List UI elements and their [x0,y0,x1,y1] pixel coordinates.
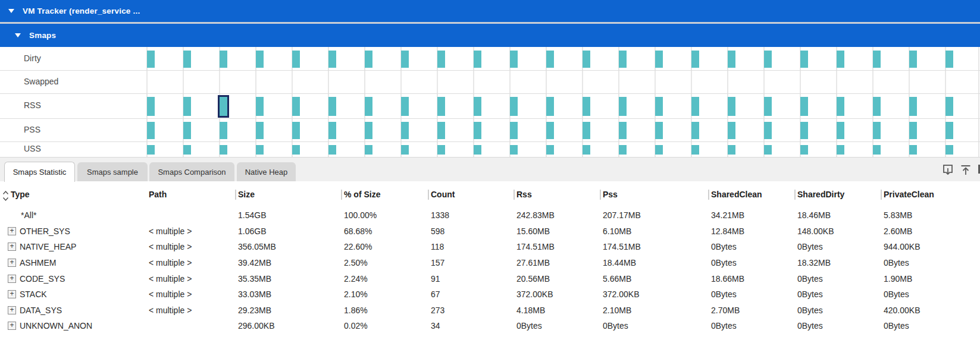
smaps-bar[interactable] [728,145,735,155]
smaps-bar[interactable] [183,51,191,68]
smaps-bar[interactable] [873,97,881,116]
smaps-bar[interactable] [655,97,663,116]
smaps-bar[interactable] [437,145,445,155]
smaps-bar[interactable] [220,51,227,68]
column-header-count[interactable]: Count [431,190,455,199]
smaps-bar[interactable] [292,145,300,155]
expand-plus-icon[interactable]: + [8,306,16,314]
smaps-bar[interactable] [728,97,735,116]
smaps-bar[interactable] [691,51,699,68]
sort-indicator-icon[interactable] [2,190,10,202]
expand-plus-icon[interactable]: + [8,259,16,267]
clipped-toolbar-icon[interactable] [978,165,980,174]
smaps-bar[interactable] [183,122,191,139]
smaps-bar[interactable] [764,145,772,155]
smaps-bar[interactable] [583,97,590,116]
smaps-bar[interactable] [945,145,953,155]
smaps-bar[interactable] [546,51,554,68]
smaps-bar-selected[interactable] [218,95,229,118]
column-header-size[interactable]: Size [238,190,255,199]
expand-plus-icon[interactable]: + [8,290,16,298]
table-row[interactable]: +DATA_SYS< multiple >29.23MB1.86%2734.18… [0,303,980,319]
smaps-bar[interactable] [437,97,445,116]
smaps-bar[interactable] [583,51,590,68]
smaps-bar[interactable] [147,51,155,68]
smaps-bar[interactable] [728,122,735,139]
smaps-bar[interactable] [837,145,844,155]
smaps-bar[interactable] [401,97,409,116]
smaps-bar[interactable] [909,122,917,139]
table-row[interactable]: *All*1.54GB100.00%1338242.83MB207.17MB34… [0,207,980,223]
smaps-bar[interactable] [764,97,772,116]
smaps-bar[interactable] [546,122,554,139]
smaps-bar[interactable] [800,97,808,116]
smaps-bar[interactable] [292,122,300,139]
smaps-bar[interactable] [328,97,336,116]
smaps-bar[interactable] [728,51,735,68]
smaps-bar[interactable] [437,51,445,68]
smaps-bar[interactable] [401,145,409,155]
smaps-bar[interactable] [328,51,336,68]
expand-plus-icon[interactable]: + [8,322,16,330]
smaps-bar[interactable] [510,51,518,68]
smaps-bar[interactable] [655,145,663,155]
column-header-private_clean[interactable]: PrivateClean [884,190,934,199]
column-header-shared_dirty[interactable]: SharedDirty [797,190,844,199]
smaps-bar[interactable] [837,97,844,116]
smaps-bar[interactable] [328,122,336,139]
smaps-bar[interactable] [619,122,627,139]
smaps-bar[interactable] [365,122,372,139]
smaps-bar[interactable] [764,122,772,139]
smaps-bar[interactable] [800,51,808,68]
smaps-bar[interactable] [619,145,627,155]
collapse-triangle-icon[interactable] [8,9,14,13]
column-header-shared_clean[interactable]: SharedClean [711,190,762,199]
smaps-bar[interactable] [945,122,953,139]
smaps-bar[interactable] [365,97,372,116]
smaps-bar[interactable] [183,145,191,155]
panel-header-vm-tracker[interactable]: VM Tracker (render_service ... [0,0,980,22]
smaps-bar[interactable] [220,145,227,155]
smaps-bar[interactable] [256,122,264,139]
table-row[interactable]: +NATIVE_HEAP< multiple >356.05MB22.60%11… [0,239,980,255]
smaps-bar[interactable] [619,97,627,116]
smaps-bar[interactable] [401,51,409,68]
smaps-bar[interactable] [401,122,409,139]
smaps-bar[interactable] [873,122,881,139]
tab-smaps-comparison[interactable]: Smaps Comparison [149,162,234,182]
smaps-bar[interactable] [256,97,264,116]
group-header-smaps[interactable]: Smaps [0,24,980,48]
smaps-bar[interactable] [546,145,554,155]
smaps-bar[interactable] [474,97,481,116]
expand-plus-icon[interactable]: + [8,275,16,283]
smaps-bar[interactable] [873,51,881,68]
smaps-bar[interactable] [256,145,264,155]
smaps-bar[interactable] [292,51,300,68]
expand-plus-icon[interactable]: + [8,227,16,235]
smaps-bar[interactable] [909,97,917,116]
smaps-bar[interactable] [945,51,953,68]
smaps-bar[interactable] [220,122,227,139]
smaps-bar[interactable] [510,97,518,116]
smaps-bar[interactable] [800,145,808,155]
table-row[interactable]: +ASHMEM< multiple >39.42MB2.50%15727.61M… [0,255,980,271]
table-row[interactable]: +STACK< multiple >33.03MB2.10%67372.00KB… [0,287,980,303]
smaps-bar[interactable] [256,51,264,68]
smaps-bar[interactable] [945,97,953,116]
table-row[interactable]: +UNKNOWN_ANON296.00KB0.02%340Bytes0Bytes… [0,318,980,334]
column-header-rss[interactable]: Rss [516,190,532,199]
smaps-bar[interactable] [583,122,590,139]
export-down-icon[interactable] [941,163,955,177]
smaps-bar[interactable] [147,145,155,155]
smaps-bar[interactable] [691,145,699,155]
smaps-bar[interactable] [292,97,300,116]
smaps-bar[interactable] [909,145,917,155]
smaps-bar[interactable] [510,145,518,155]
smaps-bar[interactable] [147,122,155,139]
smaps-bar[interactable] [328,145,336,155]
smaps-bar[interactable] [909,51,917,68]
smaps-bar[interactable] [691,122,699,139]
smaps-bar[interactable] [873,145,881,155]
smaps-bar[interactable] [474,122,481,139]
column-header-type[interactable]: Type [11,190,30,199]
